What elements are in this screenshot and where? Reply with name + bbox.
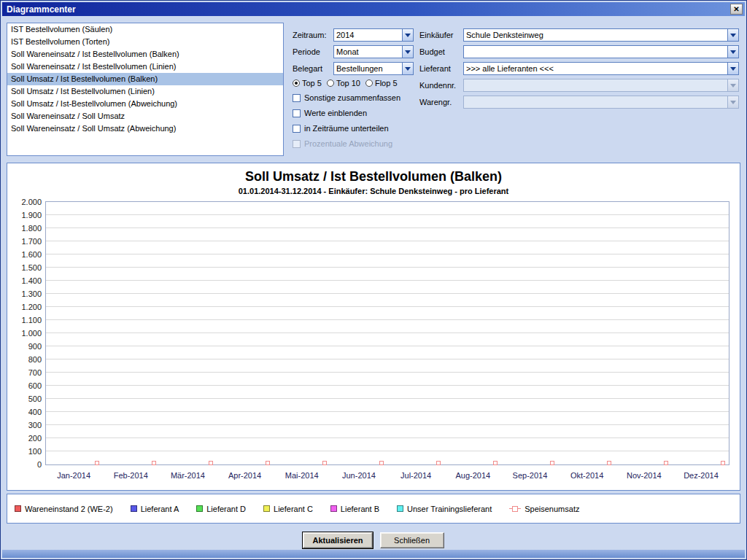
radio-label: Flop 5 (375, 79, 398, 88)
checkbox-icon (293, 140, 301, 148)
chevron-down-icon[interactable] (402, 29, 413, 41)
list-item[interactable]: Soll Wareneinsatz / Soll Umsatz (Abweich… (7, 122, 283, 135)
bar-group (558, 202, 615, 464)
list-item[interactable]: Soll Umsatz / Ist Bestellvolumen (Balken… (7, 73, 283, 85)
y-axis-tick-label: 100 (28, 447, 42, 456)
y-axis-tick-label: 1.500 (21, 263, 42, 272)
close-icon[interactable]: ✕ (730, 4, 743, 15)
belegart-row: Belegart Bestellungen (293, 62, 414, 75)
x-axis-labels: Jan-2014Feb-2014Mär-2014Apr-2014Mai-2014… (45, 471, 729, 483)
checkbox-row[interactable]: Sonstige zusammenfassen (293, 93, 414, 102)
bar-group (274, 202, 330, 464)
zeitraum-select[interactable]: 2014 (333, 28, 414, 42)
periode-label: Periode (293, 47, 333, 56)
legend-item: Lieferant B (330, 505, 379, 513)
bar-group (46, 202, 103, 464)
x-axis-tick-label: Jan-2014 (45, 471, 102, 483)
line-point-marker (436, 461, 441, 465)
x-axis-tick-label: Feb-2014 (102, 471, 159, 483)
bar-group (160, 202, 217, 464)
einkaeufer-select[interactable]: Schule Denksteinweg (463, 28, 739, 42)
bar-group (387, 202, 444, 464)
line-point-marker (322, 461, 327, 465)
line-point-marker (266, 461, 270, 465)
x-axis-tick-label: Mai-2014 (274, 471, 330, 483)
radio-top-5[interactable]: Top 5 (293, 79, 322, 88)
list-item[interactable]: Soll Umsatz / Ist Bestellvolumen (Linien… (7, 85, 283, 98)
zeitraum-label: Zeitraum: (293, 31, 333, 39)
periode-row: Periode Monat (293, 45, 414, 58)
belegart-select[interactable]: Bestellungen (333, 62, 414, 75)
legend-label: Unser Trainingslieferant (407, 505, 492, 513)
kundennr-row: Kundennr. (419, 79, 739, 92)
y-axis-tick-label: 400 (28, 408, 42, 416)
y-axis-tick-label: 300 (28, 421, 42, 429)
y-axis-tick-label: 0 (37, 460, 42, 469)
line-point-marker (721, 461, 725, 465)
list-item[interactable]: Soll Wareneinsatz / Soll Umsatz (7, 110, 283, 122)
checkbox-icon (293, 125, 301, 133)
zeitraum-row: Zeitraum: 2014 (293, 28, 414, 42)
radio-top-10[interactable]: Top 10 (327, 79, 360, 88)
chevron-down-icon[interactable] (402, 63, 413, 74)
x-axis-tick-label: Dez-2014 (673, 471, 729, 483)
legend-item: Lieferant D (196, 505, 246, 513)
radio-icon (327, 79, 334, 87)
periode-select[interactable]: Monat (333, 45, 414, 58)
bar-group (672, 202, 729, 464)
legend-label: Lieferant D (206, 505, 246, 513)
list-item[interactable]: Soll Wareneinsatz / Ist Bestellvolumen (… (7, 48, 283, 61)
budget-row: Budget (419, 45, 739, 58)
y-axis-tick-label: 1.300 (21, 289, 42, 298)
y-axis-tick-label: 1.400 (21, 276, 42, 285)
line-point-marker (493, 461, 498, 465)
chevron-down-icon[interactable] (727, 46, 738, 58)
bar-group (217, 202, 274, 464)
bar-group (501, 202, 558, 464)
chart-type-list[interactable]: IST Bestellvolumen (Säulen)IST Bestellvo… (7, 23, 284, 156)
kundennr-select (463, 79, 739, 92)
legend-color-swatch-icon (397, 505, 403, 512)
bar-group (444, 202, 501, 464)
checkbox-row[interactable]: in Zeiträume unterteilen (293, 124, 414, 133)
legend-item: Lieferant A (131, 505, 179, 513)
x-axis-tick-label: Aug-2014 (444, 471, 501, 483)
y-axis-tick-label: 700 (28, 368, 42, 377)
list-item[interactable]: Soll Umsatz / Ist-Bestellvolumen (Abweic… (7, 98, 283, 110)
chart-panel: Soll Umsatz / Ist Bestellvolumen (Balken… (7, 163, 740, 491)
bar-group (330, 202, 387, 464)
window-title: Diagrammcenter (7, 4, 730, 15)
checkbox-label: Prozentuale Abweichung (304, 139, 392, 148)
chevron-down-icon[interactable] (402, 46, 413, 58)
schliessen-button[interactable]: Schließen (380, 532, 444, 548)
budget-select[interactable] (463, 45, 739, 58)
y-axis-tick-label: 900 (28, 342, 42, 351)
line-point-marker (209, 461, 213, 465)
selector-panel: Einkäufer Schule Denksteinweg Budget Lie… (419, 24, 739, 112)
chevron-down-icon[interactable] (727, 63, 738, 74)
aktualisieren-button[interactable]: Aktualisieren (303, 532, 372, 548)
line-point-marker (95, 461, 99, 465)
chart-title: Soll Umsatz / Ist Bestellvolumen (Balken… (7, 169, 740, 184)
y-axis-tick-label: 200 (28, 434, 42, 443)
y-axis-tick-label: 600 (28, 381, 42, 390)
lieferant-select[interactable]: >>> alle Lieferanten <<< (463, 62, 739, 75)
list-item[interactable]: Soll Wareneinsatz / Ist Bestellvolumen (… (7, 61, 283, 73)
chevron-down-icon[interactable] (727, 29, 738, 41)
checkbox-label: Sonstige zusammenfassen (304, 93, 400, 102)
legend-item: Lieferant C (263, 505, 313, 513)
checkbox-label: Werte einblenden (304, 109, 367, 117)
lieferant-row: Lieferant >>> alle Lieferanten <<< (419, 62, 739, 75)
chevron-down-icon (727, 96, 738, 108)
list-item[interactable]: IST Bestellvolumen (Säulen) (7, 23, 283, 36)
budget-label: Budget (419, 47, 463, 56)
legend-color-swatch-icon (131, 505, 137, 512)
y-axis-tick-label: 1.700 (21, 237, 42, 246)
checkbox-row[interactable]: Werte einblenden (293, 109, 414, 117)
x-axis-tick-label: Jun-2014 (330, 471, 387, 483)
radio-flop-5[interactable]: Flop 5 (365, 79, 398, 88)
line-point-marker (379, 461, 384, 465)
list-item[interactable]: IST Bestellvolumen (Torten) (7, 36, 283, 48)
title-bar: Diagrammcenter ✕ (2, 2, 745, 16)
warengr-select (463, 96, 739, 109)
